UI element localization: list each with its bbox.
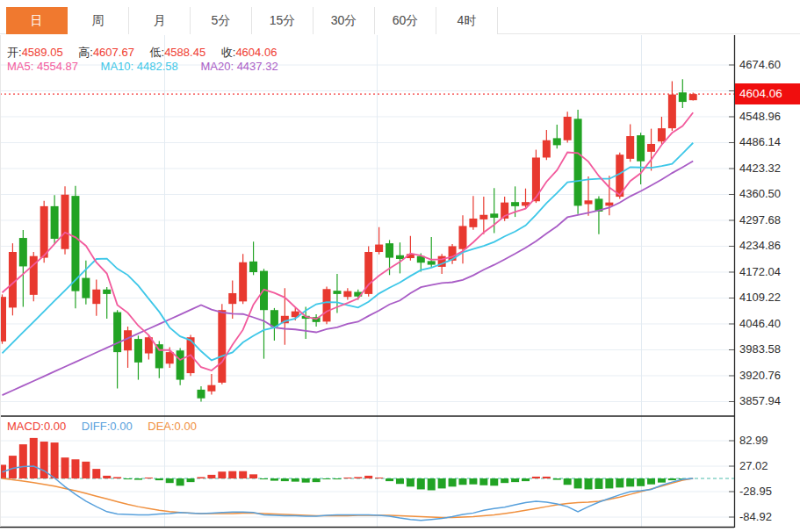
macd-readout: MACD:0.00 (7, 420, 66, 433)
high-value: 4607.67 (93, 46, 134, 59)
diff-value: 0.00 (110, 420, 132, 433)
price-axis-label: 3920.76 (739, 369, 781, 382)
candles-layer[interactable] (0, 79, 697, 401)
dea-value: 0.00 (175, 420, 197, 433)
tab-日[interactable]: 日 (6, 7, 68, 34)
close-label: 收: (221, 46, 236, 59)
macd-axis-label: 82.99 (739, 434, 768, 447)
ma5-value: 4554.87 (37, 60, 78, 73)
macd-layer[interactable] (0, 438, 693, 521)
price-axis-label: 4109.22 (739, 291, 781, 304)
ma20-label: MA20: (200, 60, 234, 73)
close-value: 4604.06 (235, 46, 277, 59)
ma20-readout: MA20: 4437.32 (200, 60, 277, 73)
tab-15分[interactable]: 15分 (252, 7, 314, 34)
low-readout: 低:4588.45 (150, 46, 206, 59)
macd-legend: MACD:0.00 DIFF:0.00 DEA:0.00 (7, 420, 209, 433)
price-axis-label: 4548.96 (739, 110, 781, 123)
tab-月[interactable]: 月 (129, 7, 191, 34)
dea-readout: DEA:0.00 (148, 420, 197, 433)
ma10-line (3, 143, 694, 361)
ma-legend: MA5: 4554.87 MA10: 4482.58 MA20: 4437.32 (7, 60, 298, 73)
tab-5分[interactable]: 5分 (191, 7, 252, 34)
timeframe-tabbar: 日周月5分15分30分60分4时 (0, 0, 800, 34)
ma20-line (3, 162, 694, 396)
low-value: 4588.45 (164, 46, 205, 59)
price-axis-label: 4486.14 (739, 135, 781, 148)
ma10-value: 4482.58 (137, 60, 178, 73)
ma5-readout: MA5: 4554.87 (7, 60, 78, 73)
high-readout: 高:4607.67 (78, 46, 134, 59)
ohlc-legend: 开:4589.05 高:4607.67 低:4588.45 收:4604.06 (7, 45, 289, 61)
macd-axis-label: -84.92 (739, 510, 772, 523)
ma10-label: MA10: (101, 60, 134, 73)
macd-axis-label: 27.02 (739, 459, 768, 472)
macd-value: 0.00 (44, 420, 66, 433)
open-label: 开: (7, 46, 22, 59)
diff-label: DIFF: (82, 420, 111, 433)
open-value: 4589.05 (22, 46, 63, 59)
open-readout: 开:4589.05 (7, 46, 63, 59)
current-price-badge: 4604.06 (735, 83, 800, 104)
high-label: 高: (78, 46, 93, 59)
price-axis-label: 4360.50 (739, 187, 781, 200)
close-readout: 收:4604.06 (221, 46, 277, 59)
tab-周[interactable]: 周 (68, 7, 129, 34)
price-axis-label: 3983.58 (739, 342, 781, 356)
price-axis-label: 4674.60 (739, 58, 781, 71)
tab-30分[interactable]: 30分 (314, 7, 375, 34)
ma10-readout: MA10: 4482.58 (101, 60, 178, 73)
ma5-line (3, 112, 694, 370)
diff-line (3, 466, 694, 521)
macd-label: MACD: (7, 420, 44, 433)
dea-label: DEA: (148, 420, 174, 433)
price-axis-label: 4297.68 (739, 213, 781, 226)
price-axis-label: 4046.40 (739, 317, 781, 330)
ma20-value: 4437.32 (237, 60, 278, 73)
ma-lines-layer (3, 112, 694, 395)
price-axis-label: 4423.32 (739, 162, 781, 175)
price-axis-label: 3857.94 (739, 394, 781, 407)
diff-readout: DIFF:0.00 (82, 420, 133, 433)
tab-4时[interactable]: 4时 (436, 7, 498, 34)
low-label: 低: (150, 46, 165, 59)
chart-canvas[interactable] (0, 0, 800, 532)
price-axis-label: 4234.86 (739, 239, 781, 252)
price-axis-label: 4172.04 (739, 265, 781, 278)
ma5-label: MA5: (7, 60, 33, 73)
tab-60分[interactable]: 60分 (375, 7, 436, 34)
macd-axis-label: -28.95 (739, 485, 772, 498)
